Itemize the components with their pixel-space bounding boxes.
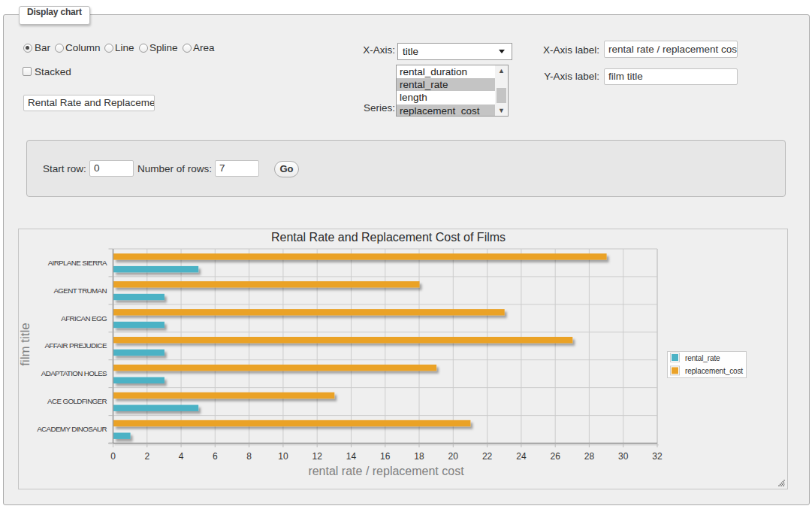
svg-text:ACE GOLDFINGER: ACE GOLDFINGER — [47, 397, 107, 405]
svg-text:8: 8 — [246, 451, 252, 462]
svg-text:ACADEMY DINOSAUR: ACADEMY DINOSAUR — [37, 425, 107, 433]
svg-text:AGENT TRUMAN: AGENT TRUMAN — [53, 286, 107, 295]
svg-text:film title: film title — [19, 323, 32, 366]
svg-text:12: 12 — [312, 451, 323, 462]
svg-text:AIRPLANE SIERRA: AIRPLANE SIERRA — [48, 259, 107, 267]
svg-text:4: 4 — [179, 451, 184, 462]
svg-text:replacement_cost: replacement_cost — [685, 367, 743, 375]
svg-text:10: 10 — [278, 451, 288, 462]
svg-text:2: 2 — [144, 451, 149, 462]
svg-text:rental rate / replacement cost: rental rate / replacement cost — [308, 465, 464, 477]
svg-text:6: 6 — [213, 451, 218, 462]
svg-text:20: 20 — [448, 451, 459, 462]
svg-text:26: 26 — [551, 451, 561, 462]
svg-text:22: 22 — [482, 451, 493, 462]
svg-text:0: 0 — [110, 451, 116, 462]
svg-text:AFRICAN EGG: AFRICAN EGG — [61, 314, 107, 323]
svg-text:Rental Rate and Replacement Co: Rental Rate and Replacement Cost of Film… — [271, 231, 506, 244]
svg-text:14: 14 — [346, 451, 357, 462]
svg-text:24: 24 — [516, 451, 527, 462]
svg-text:16: 16 — [380, 451, 391, 462]
svg-text:rental_rate: rental_rate — [685, 354, 720, 362]
svg-text:30: 30 — [618, 451, 629, 462]
svg-text:32: 32 — [652, 451, 663, 462]
svg-text:ADAPTATION HOLES: ADAPTATION HOLES — [41, 369, 107, 377]
svg-text:AFFAIR PREJUDICE: AFFAIR PREJUDICE — [44, 341, 107, 350]
svg-text:28: 28 — [584, 451, 595, 462]
svg-text:18: 18 — [414, 451, 424, 462]
